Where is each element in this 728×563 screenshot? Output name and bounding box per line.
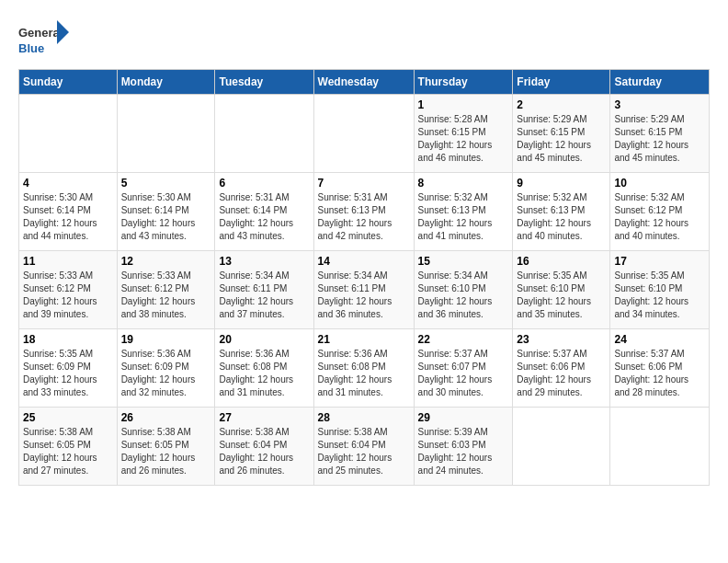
day-info: Sunrise: 5:37 AM Sunset: 6:07 PM Dayligh…	[418, 348, 509, 399]
calendar-cell	[313, 95, 414, 173]
calendar-cell: 2Sunrise: 5:29 AM Sunset: 6:15 PM Daylig…	[513, 95, 610, 173]
day-info: Sunrise: 5:30 AM Sunset: 6:14 PM Dayligh…	[23, 191, 113, 243]
logo: GeneralBlue	[18, 18, 69, 60]
day-number: 28	[318, 411, 410, 424]
calendar-cell: 1Sunrise: 5:28 AM Sunset: 6:15 PM Daylig…	[414, 95, 513, 173]
day-number: 23	[517, 333, 606, 346]
day-number: 29	[418, 411, 509, 424]
svg-marker-2	[57, 20, 69, 44]
calendar-cell	[610, 408, 710, 486]
day-info: Sunrise: 5:37 AM Sunset: 6:06 PM Dayligh…	[614, 348, 705, 399]
calendar-cell	[117, 95, 215, 173]
calendar-cell: 20Sunrise: 5:36 AM Sunset: 6:08 PM Dayli…	[215, 329, 313, 408]
calendar-cell: 23Sunrise: 5:37 AM Sunset: 6:06 PM Dayli…	[513, 329, 610, 408]
day-number: 1	[418, 98, 509, 111]
day-info: Sunrise: 5:33 AM Sunset: 6:12 PM Dayligh…	[23, 270, 113, 321]
header-day-wednesday: Wednesday	[313, 70, 414, 95]
calendar-cell: 10Sunrise: 5:32 AM Sunset: 6:12 PM Dayli…	[610, 173, 710, 251]
day-info: Sunrise: 5:32 AM Sunset: 6:13 PM Dayligh…	[517, 191, 606, 243]
calendar-cell: 15Sunrise: 5:34 AM Sunset: 6:10 PM Dayli…	[414, 251, 513, 329]
calendar-cell: 28Sunrise: 5:38 AM Sunset: 6:04 PM Dayli…	[313, 408, 414, 486]
day-number: 26	[121, 411, 211, 424]
calendar-cell: 6Sunrise: 5:31 AM Sunset: 6:14 PM Daylig…	[215, 173, 313, 251]
day-number: 22	[418, 333, 509, 346]
calendar-cell: 22Sunrise: 5:37 AM Sunset: 6:07 PM Dayli…	[414, 329, 513, 408]
calendar-cell: 25Sunrise: 5:38 AM Sunset: 6:05 PM Dayli…	[19, 408, 118, 486]
day-number: 20	[219, 333, 309, 346]
day-info: Sunrise: 5:36 AM Sunset: 6:08 PM Dayligh…	[318, 348, 410, 399]
day-info: Sunrise: 5:35 AM Sunset: 6:10 PM Dayligh…	[517, 270, 606, 321]
day-info: Sunrise: 5:30 AM Sunset: 6:14 PM Dayligh…	[121, 191, 211, 243]
day-info: Sunrise: 5:34 AM Sunset: 6:10 PM Dayligh…	[418, 270, 509, 321]
calendar-cell: 12Sunrise: 5:33 AM Sunset: 6:12 PM Dayli…	[117, 251, 215, 329]
day-number: 7	[318, 177, 410, 190]
day-info: Sunrise: 5:34 AM Sunset: 6:11 PM Dayligh…	[318, 270, 410, 321]
day-number: 13	[219, 255, 309, 268]
day-number: 24	[614, 333, 705, 346]
svg-text:General: General	[18, 26, 63, 40]
calendar-cell: 14Sunrise: 5:34 AM Sunset: 6:11 PM Dayli…	[313, 251, 414, 329]
day-info: Sunrise: 5:35 AM Sunset: 6:10 PM Dayligh…	[614, 270, 705, 321]
day-info: Sunrise: 5:38 AM Sunset: 6:05 PM Dayligh…	[121, 426, 211, 477]
day-info: Sunrise: 5:36 AM Sunset: 6:08 PM Dayligh…	[219, 348, 309, 399]
calendar-cell: 5Sunrise: 5:30 AM Sunset: 6:14 PM Daylig…	[117, 173, 215, 251]
day-number: 21	[318, 333, 410, 346]
week-row-2: 11Sunrise: 5:33 AM Sunset: 6:12 PM Dayli…	[19, 251, 710, 329]
day-info: Sunrise: 5:31 AM Sunset: 6:13 PM Dayligh…	[318, 191, 410, 243]
day-number: 3	[614, 98, 705, 111]
day-number: 4	[23, 177, 113, 190]
day-info: Sunrise: 5:28 AM Sunset: 6:15 PM Dayligh…	[418, 113, 509, 165]
day-info: Sunrise: 5:33 AM Sunset: 6:12 PM Dayligh…	[121, 270, 211, 321]
day-number: 6	[219, 177, 309, 190]
calendar-cell: 7Sunrise: 5:31 AM Sunset: 6:13 PM Daylig…	[313, 173, 414, 251]
day-number: 14	[318, 255, 410, 268]
calendar-cell	[215, 95, 313, 173]
calendar-cell: 13Sunrise: 5:34 AM Sunset: 6:11 PM Dayli…	[215, 251, 313, 329]
day-number: 10	[614, 177, 705, 190]
header-row: SundayMondayTuesdayWednesdayThursdayFrid…	[19, 70, 710, 95]
day-number: 11	[23, 255, 113, 268]
week-row-3: 18Sunrise: 5:35 AM Sunset: 6:09 PM Dayli…	[19, 329, 710, 408]
header-day-sunday: Sunday	[19, 70, 118, 95]
day-number: 12	[121, 255, 211, 268]
day-number: 25	[23, 411, 113, 424]
day-number: 9	[517, 177, 606, 190]
header-day-tuesday: Tuesday	[215, 70, 313, 95]
calendar-cell: 26Sunrise: 5:38 AM Sunset: 6:05 PM Dayli…	[117, 408, 215, 486]
calendar-cell: 8Sunrise: 5:32 AM Sunset: 6:13 PM Daylig…	[414, 173, 513, 251]
day-info: Sunrise: 5:29 AM Sunset: 6:15 PM Dayligh…	[517, 113, 606, 165]
calendar-cell: 19Sunrise: 5:36 AM Sunset: 6:09 PM Dayli…	[117, 329, 215, 408]
day-number: 16	[517, 255, 606, 268]
day-number: 18	[23, 333, 113, 346]
day-number: 27	[219, 411, 309, 424]
week-row-4: 25Sunrise: 5:38 AM Sunset: 6:05 PM Dayli…	[19, 408, 710, 486]
day-number: 8	[418, 177, 509, 190]
day-info: Sunrise: 5:29 AM Sunset: 6:15 PM Dayligh…	[614, 113, 705, 165]
week-row-0: 1Sunrise: 5:28 AM Sunset: 6:15 PM Daylig…	[19, 95, 710, 173]
calendar-cell: 27Sunrise: 5:38 AM Sunset: 6:04 PM Dayli…	[215, 408, 313, 486]
logo-svg: GeneralBlue	[18, 18, 69, 60]
header-day-thursday: Thursday	[414, 70, 513, 95]
calendar-cell	[513, 408, 610, 486]
calendar-cell	[19, 95, 118, 173]
day-info: Sunrise: 5:36 AM Sunset: 6:09 PM Dayligh…	[121, 348, 211, 399]
header-day-saturday: Saturday	[610, 70, 710, 95]
day-info: Sunrise: 5:38 AM Sunset: 6:04 PM Dayligh…	[318, 426, 410, 477]
svg-text:Blue: Blue	[18, 41, 44, 55]
calendar-cell: 21Sunrise: 5:36 AM Sunset: 6:08 PM Dayli…	[313, 329, 414, 408]
header-day-friday: Friday	[513, 70, 610, 95]
page-header: GeneralBlue	[18, 18, 710, 60]
calendar-table: SundayMondayTuesdayWednesdayThursdayFrid…	[18, 69, 710, 486]
day-info: Sunrise: 5:37 AM Sunset: 6:06 PM Dayligh…	[517, 348, 606, 399]
day-number: 19	[121, 333, 211, 346]
day-number: 5	[121, 177, 211, 190]
day-info: Sunrise: 5:34 AM Sunset: 6:11 PM Dayligh…	[219, 270, 309, 321]
header-day-monday: Monday	[117, 70, 215, 95]
calendar-cell: 24Sunrise: 5:37 AM Sunset: 6:06 PM Dayli…	[610, 329, 710, 408]
week-row-1: 4Sunrise: 5:30 AM Sunset: 6:14 PM Daylig…	[19, 173, 710, 251]
day-info: Sunrise: 5:32 AM Sunset: 6:13 PM Dayligh…	[418, 191, 509, 243]
calendar-cell: 18Sunrise: 5:35 AM Sunset: 6:09 PM Dayli…	[19, 329, 118, 408]
day-info: Sunrise: 5:39 AM Sunset: 6:03 PM Dayligh…	[418, 426, 509, 477]
day-number: 17	[614, 255, 705, 268]
day-number: 2	[517, 98, 606, 111]
